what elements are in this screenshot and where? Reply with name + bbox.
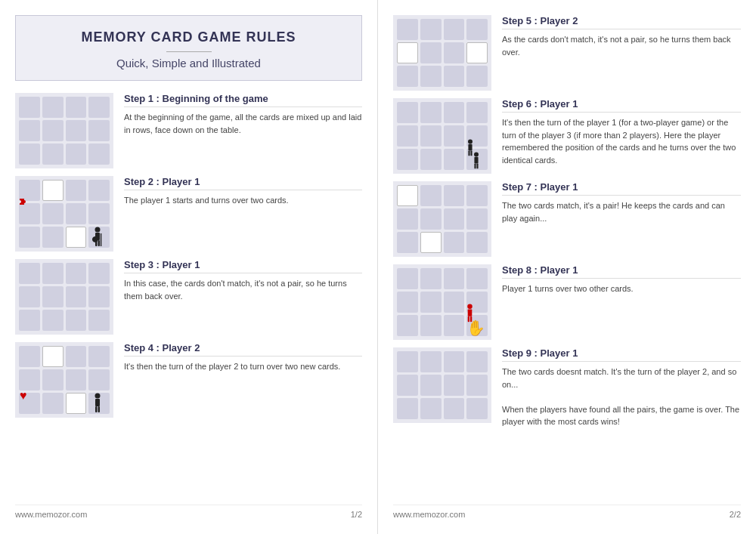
step-6-image: [393, 98, 491, 174]
step-8-text: Player 1 turns over two other cards.: [502, 282, 741, 295]
svg-rect-15: [476, 163, 478, 168]
person-figure-step6b: [472, 152, 481, 170]
step-7-image: [393, 181, 491, 257]
step-8-image: ✋: [393, 264, 491, 340]
step-1-title: Step 1 : Beginning of the game: [124, 93, 362, 107]
step-9-content: Step 9 : Player 1 The two cards doesnt m…: [502, 347, 741, 428]
footer-page-right: 2/2: [730, 510, 741, 519]
svg-rect-17: [468, 309, 472, 316]
step-2-title: Step 2 : Player 1: [124, 176, 362, 190]
step-3-text: In this case, the cards don't match, it'…: [124, 277, 362, 302]
step-9-image: [393, 347, 491, 423]
person-figure-step4: [92, 393, 103, 414]
step-5-text: As the cards don't match, it's not a pai…: [502, 33, 741, 58]
step-6-title: Step 6 : Player 1: [502, 98, 741, 113]
step-9-row: Step 9 : Player 1 The two cards doesnt m…: [393, 347, 741, 428]
step-4-row: ♥ Step 4 : Player 2 It's then the turn o…: [15, 342, 362, 418]
step-4-text: It's then the turn of the player 2 to tu…: [124, 360, 362, 373]
footer-right: www.memozor.com 2/2: [393, 505, 741, 519]
svg-point-8: [468, 139, 472, 144]
footer-page-left: 1/2: [351, 510, 362, 519]
step-1-row: Step 1 : Beginning of the game At the be…: [15, 93, 362, 168]
svg-rect-3: [98, 240, 101, 246]
main-title: MEMORY CARD GAME RULES: [31, 29, 346, 45]
step-1-image: [15, 93, 113, 168]
step-7-text: The two cards match, it's a pair! He kee…: [502, 199, 741, 224]
person-figure-step2: [92, 227, 103, 248]
svg-rect-13: [474, 157, 478, 164]
footer-left: www.memozor.com 1/2: [15, 505, 362, 519]
svg-rect-2: [95, 240, 98, 246]
page-right: Step 5 : Player 2 As the cards don't mat…: [378, 0, 756, 534]
step-3-image: [15, 259, 113, 335]
step-4-title: Step 4 : Player 2: [124, 342, 362, 357]
footer-url-left: www.memozor.com: [15, 510, 87, 519]
step-1-text: At the beginning of the game, all the ca…: [124, 111, 362, 136]
puzzle-icon: [18, 197, 33, 212]
step-7-content: Step 7 : Player 1 The two cards match, i…: [502, 181, 741, 224]
step-3-row: Step 3 : Player 1 In this case, the card…: [15, 259, 362, 335]
heart-icon: ♥: [20, 389, 27, 403]
step-4-content: Step 4 : Player 2 It's then the turn of …: [124, 342, 362, 373]
step-6-content: Step 6 : Player 1 It's then the turn of …: [502, 98, 741, 166]
step-7-row: Step 7 : Player 1 The two cards match, i…: [393, 181, 741, 257]
step-2-text: The player 1 starts and turns over two c…: [124, 194, 362, 207]
step-6-text: It's then the turn of the player 1 (for …: [502, 116, 741, 166]
step-2-row: ●| Step 2 : Player 1 The player 1 starts…: [15, 176, 362, 252]
step-5-title: Step 5 : Player 2: [502, 15, 741, 29]
step-4-image: ♥: [15, 342, 113, 418]
title-divider: [166, 51, 212, 52]
step-5-row: Step 5 : Player 2 As the cards don't mat…: [393, 15, 741, 91]
step-8-row: ✋ Step 8 : Player 1 Player 1 turns over …: [393, 264, 741, 340]
step-3-content: Step 3 : Player 1 In this case, the card…: [124, 259, 362, 302]
svg-point-0: [95, 227, 101, 233]
step-5-image: [393, 15, 491, 91]
step-6-row: Step 6 : Player 1 It's then the turn of …: [393, 98, 741, 174]
hand-icon: ✋: [466, 319, 485, 337]
step-9-text: The two cards doesnt match. It's the tur…: [502, 366, 741, 428]
step-8-content: Step 8 : Player 1 Player 1 turns over tw…: [502, 264, 741, 295]
svg-rect-6: [95, 406, 98, 412]
step-8-title: Step 8 : Player 1: [502, 264, 741, 279]
step-5-content: Step 5 : Player 2 As the cards don't mat…: [502, 15, 741, 58]
svg-point-16: [467, 304, 472, 309]
step-9-title: Step 9 : Player 1: [502, 347, 741, 362]
step-2-content: Step 2 : Player 1 The player 1 starts an…: [124, 176, 362, 207]
svg-rect-1: [95, 233, 100, 240]
footer-url-right: www.memozor.com: [393, 510, 465, 519]
step-2-image: ●|: [15, 176, 113, 252]
svg-rect-7: [98, 406, 101, 412]
subtitle: Quick, Simple and Illustrated: [31, 57, 346, 69]
title-box: MEMORY CARD GAME RULES Quick, Simple and…: [15, 15, 362, 81]
step-3-title: Step 3 : Player 1: [124, 259, 362, 273]
svg-rect-9: [468, 144, 472, 151]
svg-point-12: [474, 152, 479, 156]
svg-rect-10: [468, 150, 469, 156]
svg-rect-14: [474, 163, 476, 168]
page-left: MEMORY CARD GAME RULES Quick, Simple and…: [0, 0, 378, 534]
svg-rect-5: [95, 399, 100, 406]
svg-point-4: [95, 394, 101, 399]
step-1-content: Step 1 : Beginning of the game At the be…: [124, 93, 362, 136]
step-7-title: Step 7 : Player 1: [502, 181, 741, 196]
